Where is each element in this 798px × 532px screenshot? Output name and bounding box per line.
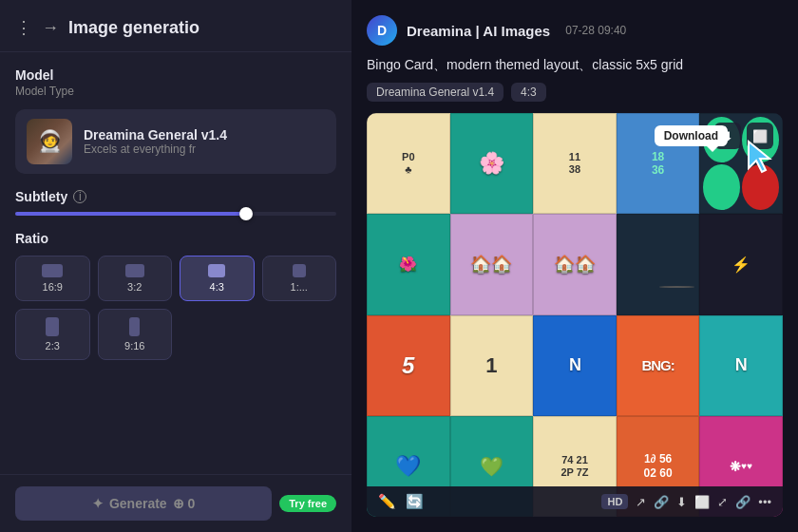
tags-row: Dreamina General v1.4 4:3 xyxy=(367,83,783,102)
ratio-icon-4-3 xyxy=(208,264,225,277)
ratio-grid: 16:9 3:2 4:3 1:... xyxy=(15,256,336,301)
ratio-icon-9-16 xyxy=(129,317,140,336)
image-toolbar-bottom: ✏️ 🔄 HD ↗ 🔗 ⬇ ⬜ ⤢ 🔗 ••• xyxy=(367,486,783,517)
ratio-icon-16-9 xyxy=(42,264,63,277)
frame-icon[interactable]: ⬜ xyxy=(694,495,710,509)
link-icon[interactable]: 🔗 xyxy=(654,495,669,509)
ratio-text-16-9: 16:9 xyxy=(43,281,63,293)
ratio-text-4-3: 4:3 xyxy=(210,281,224,293)
left-header: ⋮ → Image generatio xyxy=(0,0,352,52)
download-tooltip: Download xyxy=(655,125,728,146)
ratio-text-9-16: 9:16 xyxy=(124,340,144,352)
ratio-icon-2-3 xyxy=(46,317,59,336)
ratio-btn-16-9[interactable]: 16:9 xyxy=(15,256,90,301)
app-icon: D xyxy=(367,15,397,46)
subtlety-label: Subtlety xyxy=(15,189,67,204)
model-desc: Excels at everything fr xyxy=(84,142,227,156)
bottom-right-icons: HD ↗ 🔗 ⬇ ⬜ ⤢ 🔗 ••• xyxy=(601,494,771,509)
ratio-icon-3-2 xyxy=(125,264,144,277)
left-content: Model Model Type 🧑‍🚀 Dreamina General v1… xyxy=(0,52,352,390)
bingo-cell: N xyxy=(699,315,783,416)
bottom-left-icons: ✏️ 🔄 xyxy=(378,493,424,510)
model-card[interactable]: 🧑‍🚀 Dreamina General v1.4 Excels at ever… xyxy=(15,109,336,174)
generate-bar: ✦ Generate ⊕ 0 Try free xyxy=(0,474,352,532)
ratio-icon-1-1 xyxy=(293,264,306,277)
slider-fill xyxy=(15,212,246,216)
bingo-cell: 🌸 xyxy=(450,113,534,214)
bingo-cell: 5 xyxy=(367,315,450,416)
ratio-label: Ratio xyxy=(15,231,336,246)
resize-icon[interactable]: ⤢ xyxy=(717,495,728,509)
ratio-btn-4-3[interactable]: 4:3 xyxy=(180,256,255,301)
left-panel: ⋮ → Image generatio Model Model Type 🧑‍🚀… xyxy=(0,0,352,532)
prompt-text: Bingo Card、modern themed layout、classic … xyxy=(367,55,783,75)
tag-model: Dreamina General v1.4 xyxy=(367,83,504,102)
generate-icon: ✦ xyxy=(92,496,104,511)
generate-count: ⊕ 0 xyxy=(173,496,196,511)
share-icon[interactable]: 🔗 xyxy=(735,495,750,509)
arrow-icon[interactable]: → xyxy=(42,18,59,38)
ratio-btn-9-16[interactable]: 9:16 xyxy=(98,309,173,360)
refresh-icon[interactable]: 🔄 xyxy=(406,493,424,510)
menu-icon[interactable]: ⋮ xyxy=(15,17,32,38)
bingo-cell: N xyxy=(533,315,617,416)
more-icon[interactable]: ••• xyxy=(758,495,771,509)
generate-label: Generate xyxy=(109,496,167,511)
panel-title: Image generatio xyxy=(68,18,200,38)
bingo-cell: BNG: xyxy=(617,315,700,416)
edit-icon[interactable]: ✏️ xyxy=(378,493,396,510)
ratio-text-1-1: 1:... xyxy=(291,281,308,293)
model-label: Model xyxy=(15,67,336,83)
subtlety-slider[interactable] xyxy=(15,212,336,216)
download-icon[interactable]: ⬇ xyxy=(676,495,687,509)
bingo-grid: P0♣ 🌸 1138 1836 🌺 🏠🏠 🏠🏠 ⚡ 5 xyxy=(367,113,783,517)
chat-header: D Dreamina | AI Images 07-28 09:40 xyxy=(367,15,783,46)
bingo-cell: P0♣ xyxy=(367,113,450,214)
right-panel: D Dreamina | AI Images 07-28 09:40 Bingo… xyxy=(352,0,798,532)
try-free-badge[interactable]: Try free xyxy=(279,495,336,512)
ratio-grid-2: 2:3 9:16 xyxy=(15,309,336,360)
app-name: Dreamina | AI Images xyxy=(407,23,550,39)
expand-icon[interactable]: ↗ xyxy=(636,495,646,509)
ratio-btn-3-2[interactable]: 3:2 xyxy=(98,256,173,301)
cursor-arrow xyxy=(741,138,779,176)
hd-badge[interactable]: HD xyxy=(601,494,628,509)
bingo-image-container: P0♣ 🌸 1138 1836 🌺 🏠🏠 🏠🏠 ⚡ 5 xyxy=(367,113,783,517)
model-thumbnail: 🧑‍🚀 xyxy=(27,119,72,164)
bingo-cell: 🏠🏠 xyxy=(533,214,617,314)
bingo-cell: ⚡ xyxy=(699,214,783,314)
bingo-cell: 🏠🏠 xyxy=(450,214,534,314)
slider-thumb[interactable] xyxy=(239,207,253,220)
timestamp: 07-28 09:40 xyxy=(565,24,626,37)
model-name: Dreamina General v1.4 xyxy=(84,127,227,142)
bingo-cell: 1 xyxy=(450,315,534,416)
model-type-label: Model Type xyxy=(15,85,336,98)
subtlety-row: Subtlety i xyxy=(15,189,336,204)
bingo-cell xyxy=(617,214,700,314)
model-emoji: 🧑‍🚀 xyxy=(37,129,63,154)
ratio-btn-1-1[interactable]: 1:... xyxy=(262,256,337,301)
bingo-cell: 1138 xyxy=(533,113,617,214)
ratio-text-2-3: 2:3 xyxy=(46,340,60,352)
tag-ratio: 4:3 xyxy=(511,83,546,102)
ratio-btn-2-3[interactable]: 2:3 xyxy=(15,309,90,360)
generate-button[interactable]: ✦ Generate ⊕ 0 xyxy=(15,486,272,521)
model-info: Dreamina General v1.4 Excels at everythi… xyxy=(84,127,227,156)
info-icon[interactable]: i xyxy=(73,190,86,203)
svg-marker-0 xyxy=(749,142,770,172)
ratio-text-3-2: 3:2 xyxy=(127,281,142,293)
bingo-cell: 🌺 xyxy=(367,214,450,314)
